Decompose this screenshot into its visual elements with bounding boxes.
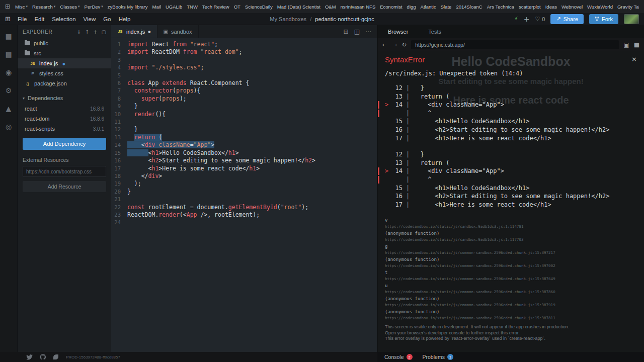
menu-selection[interactable]: Selection — [52, 16, 75, 22]
bookmark-item[interactable]: UGALib — [166, 4, 182, 10]
responsive-preview-icon[interactable]: ▣ — [623, 41, 629, 48]
code-line: 3 — [111, 56, 377, 64]
file-styles-css[interactable]: #styles.css — [18, 68, 111, 78]
connection-status-icon[interactable]: ⚡ — [514, 16, 518, 22]
bookmark-item[interactable]: OT — [234, 4, 240, 10]
project-info-icon[interactable]: ▦ — [4, 32, 14, 40]
file-package-json[interactable]: {}package.json — [18, 78, 111, 88]
forward-icon[interactable]: → — [392, 41, 397, 48]
new-sandbox-icon[interactable]: + — [524, 15, 530, 23]
bookmark-item[interactable]: 2014SloanC — [456, 4, 482, 10]
bookmark-label: PerDev — [85, 4, 101, 10]
code-editor[interactable]: 1import React from "react";2import React… — [111, 38, 377, 352]
settings-icon[interactable]: ⚙ — [4, 86, 14, 95]
apps-grid-icon[interactable]: ⊞ — [5, 3, 10, 10]
editor-grid-icon[interactable]: ⊞ — [344, 28, 349, 35]
bookmark-item[interactable]: Ideas — [545, 4, 557, 10]
bookmark-item[interactable]: TNW — [187, 4, 198, 10]
add-resource-button[interactable]: Add Resource — [23, 181, 106, 192]
bookmark-item[interactable]: Slate — [441, 4, 452, 10]
folder-icon — [25, 51, 30, 55]
bookmark-item[interactable]: digg — [407, 4, 416, 10]
sandbox-preview-thumbnail[interactable] — [624, 14, 639, 24]
bookmark-item[interactable]: Gravity Tales — [617, 4, 639, 10]
menu-help[interactable]: Help — [119, 16, 131, 22]
more-options-icon[interactable]: ⋯ — [365, 28, 371, 35]
bookmark-item[interactable]: Atlantic — [421, 4, 436, 10]
dependency-react-scripts[interactable]: react-scripts3.0.1 — [18, 124, 111, 134]
preview-tab-tests[interactable]: Tests — [418, 25, 451, 38]
file-public[interactable]: public — [18, 38, 111, 48]
dependencies-section-header[interactable]: ▾ Dependencies — [18, 93, 111, 104]
line-number: 20 — [111, 188, 127, 196]
file-name: styles.css — [39, 70, 63, 76]
line-number: 12 — [111, 126, 127, 133]
breadcrumb-root[interactable]: My Sandboxes — [270, 16, 306, 22]
bookmark-item[interactable]: scatterplot — [519, 4, 541, 10]
bookmark-item[interactable]: Classes▾ — [60, 4, 79, 10]
open-window-icon[interactable]: ■ — [634, 41, 639, 48]
csb-menu-icon[interactable]: ⊞ — [5, 15, 11, 23]
fork-button[interactable]: Fork — [589, 14, 618, 24]
stack-frame-function: v — [385, 218, 637, 223]
menu-view[interactable]: View — [84, 16, 96, 22]
split-view-icon[interactable]: ◫ — [354, 28, 360, 35]
error-overlay: SyntaxError × /src/index.js: Unexpected … — [378, 51, 644, 352]
panel-problems[interactable]: Problems1 — [423, 354, 453, 360]
file-explorer-icon[interactable]: ▤ — [4, 50, 14, 58]
dependency-react[interactable]: react16.8.6 — [18, 104, 111, 114]
bookmark-label: zyBooks My library — [108, 4, 148, 10]
new-file-icon[interactable]: + — [93, 29, 97, 35]
add-dependency-button[interactable]: Add Dependency — [23, 138, 106, 150]
external-resource-input[interactable] — [23, 166, 106, 177]
upload-files-icon[interactable]: ↑ — [85, 29, 89, 35]
back-icon[interactable]: ← — [382, 41, 387, 48]
menu-go[interactable]: Go — [103, 16, 111, 22]
tab-index-js[interactable]: JSindex.js● — [111, 25, 157, 38]
bookmark-item[interactable]: Mail — [152, 4, 161, 10]
menu-edit[interactable]: Edit — [34, 16, 44, 22]
preview-tab-browser[interactable]: Browser — [378, 25, 418, 38]
tab-sandbox[interactable]: ▣sandbox — [157, 25, 199, 38]
bookmark-item[interactable]: Economist — [380, 4, 402, 10]
bookmark-item[interactable]: Research▾ — [32, 4, 55, 10]
file-src[interactable]: src — [18, 48, 111, 58]
line-number: 15 — [111, 149, 127, 157]
stack-frame-location: https://codesandbox.io/static/js/common-… — [385, 263, 637, 268]
spectrum-icon[interactable] — [53, 354, 59, 360]
github-icon[interactable]: ◉ — [4, 68, 14, 76]
bookmark-item[interactable]: Webnovel — [561, 4, 583, 10]
bookmark-item[interactable]: zyBooks My library — [108, 4, 148, 10]
bookmark-item[interactable]: Mad (Data) Scientist — [277, 4, 320, 10]
close-icon[interactable]: × — [631, 55, 637, 63]
code-line: 17 <h1>Here is some react code</h1> — [111, 165, 377, 172]
bookmark-label: Research — [32, 4, 53, 10]
bookmark-item[interactable]: ScienceDaily — [245, 4, 273, 10]
twitter-icon[interactable] — [26, 354, 33, 360]
bookmark-item[interactable]: PerDev▾ — [85, 4, 103, 10]
like-button[interactable]: ♡ 0 — [535, 16, 545, 22]
bookmark-item[interactable]: Misc▾ — [15, 4, 28, 10]
export-zip-icon[interactable]: ↓ — [76, 29, 80, 35]
code-line: 7 constructor(props){ — [111, 87, 377, 95]
bookmark-label: Misc — [15, 4, 25, 10]
live-icon[interactable]: ◎ — [4, 123, 14, 131]
refresh-icon[interactable]: ↻ — [401, 41, 407, 48]
dependency-react-dom[interactable]: react-dom16.8.6 — [18, 114, 111, 124]
bookmark-item[interactable]: O&M — [325, 4, 336, 10]
new-directory-icon[interactable]: ▢ — [102, 29, 106, 35]
bookmark-item[interactable]: nsrinivasan NFS — [341, 4, 376, 10]
panel-console[interactable]: Console2 — [384, 354, 413, 360]
github-icon[interactable] — [40, 354, 46, 360]
share-button[interactable]: ↗ Share — [550, 14, 584, 24]
stack-trace: vhttps://codesandbox.io/static/js/sandbo… — [385, 218, 637, 320]
url-bar[interactable]: https://gcjnc.csb.app/ — [411, 40, 619, 49]
bookmark-item[interactable]: Ars Technica — [487, 4, 514, 10]
bookmark-item[interactable]: Tech Review — [202, 4, 229, 10]
deployment-icon[interactable]: ▲ — [4, 105, 14, 113]
line-number: 11 — [111, 118, 127, 126]
menu-file[interactable]: File — [18, 16, 27, 22]
bookmark-item[interactable]: WuxiaWorld — [587, 4, 613, 10]
file-index-js[interactable]: JSindex.js● — [18, 58, 111, 68]
sandbox-title: pedantic-northcutt-gcjnc — [315, 16, 374, 22]
